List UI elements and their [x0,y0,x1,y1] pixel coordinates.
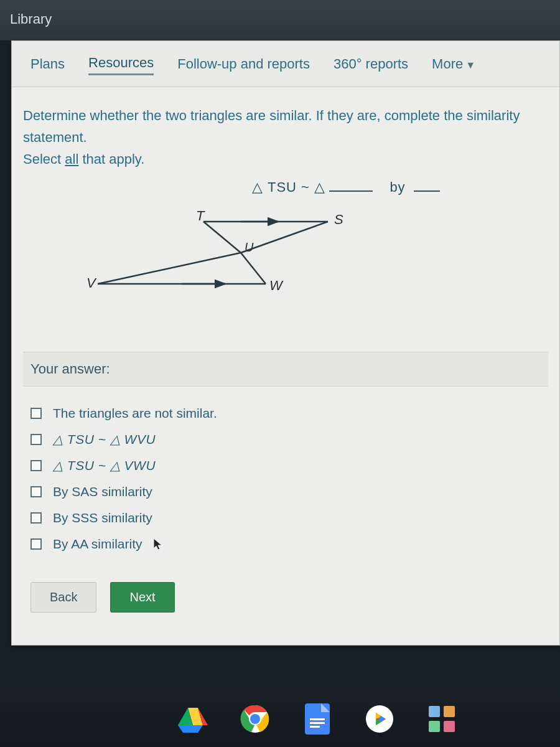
nav-buttons: Back Next [23,563,548,634]
option-label: By SSS similarity [53,510,152,525]
option-label: By AA similarity [53,537,142,552]
option-row[interactable]: △ TSU ~ △ VWU [30,453,542,479]
svg-rect-18 [310,718,325,720]
back-button[interactable]: Back [30,582,96,613]
svg-line-2 [203,222,241,253]
label-S: S [334,212,343,227]
option-row[interactable]: The triangles are not similar. [30,400,542,426]
tab-more-label: More [432,56,463,72]
tab-360[interactable]: 360° reports [334,56,408,75]
svg-rect-24 [429,721,440,732]
label-V: V [86,275,97,291]
question-line2-underline: all [65,151,78,167]
svg-line-3 [241,222,328,253]
tab-plans[interactable]: Plans [30,56,65,75]
eq-left: △ TSU ~ △ [252,179,325,195]
tab-more[interactable]: More▼ [432,56,475,75]
apps-icon[interactable] [426,703,458,735]
question-line2-pre: Select [23,151,65,167]
tab-followup[interactable]: Follow-up and reports [177,56,310,75]
play-icon[interactable] [363,703,396,735]
checkbox-icon[interactable] [30,486,42,497]
eq-blank-1[interactable] [329,190,373,192]
answer-header: Your answer: [23,352,548,387]
eq-blank-2[interactable] [414,190,440,192]
option-row[interactable]: By SAS similarity [30,479,542,505]
label-U: U [245,240,254,254]
svg-point-15 [250,714,260,724]
similarity-equation: △ TSU ~ △ by [147,179,548,195]
chevron-down-icon: ▼ [465,60,475,70]
app-title: Library [10,11,52,27]
label-T: T [196,209,205,223]
option-label: By SAS similarity [53,484,152,499]
question-panel: Determine whether the two triangles are … [12,87,559,645]
answer-options: The triangles are not similar. △ TSU ~ △… [23,387,548,563]
checkbox-icon[interactable] [30,538,42,550]
option-label: The triangles are not similar. [53,406,217,421]
option-label: △ TSU ~ △ WVU [53,432,156,447]
option-row[interactable]: By SSS similarity [30,505,542,531]
svg-rect-20 [310,726,320,728]
svg-line-7 [241,253,266,284]
checkbox-icon[interactable] [30,512,42,524]
svg-marker-11 [178,725,203,733]
triangle-figure: T S U V W [85,209,371,303]
chrome-icon[interactable] [239,703,271,735]
eq-by: by [390,179,405,195]
option-row[interactable]: △ TSU ~ △ WVU [30,426,542,453]
next-button[interactable]: Next [110,582,174,613]
option-row[interactable]: By AA similarity [30,531,542,557]
svg-rect-23 [444,706,455,717]
svg-rect-22 [429,706,440,717]
tab-bar: Plans Resources Follow-up and reports 36… [12,41,559,87]
checkbox-icon[interactable] [30,434,42,445]
question-text: Determine whether the two triangles are … [23,105,548,171]
checkbox-icon[interactable] [30,408,42,419]
label-W: W [269,278,284,293]
tab-resources[interactable]: Resources [88,55,154,75]
checkbox-icon[interactable] [30,460,42,471]
docs-icon[interactable] [301,703,334,735]
content-window: Plans Resources Follow-up and reports 36… [11,40,560,646]
question-line2-post: that apply. [78,151,144,167]
question-line1: Determine whether the two triangles are … [23,108,520,145]
option-label: △ TSU ~ △ VWU [53,458,156,473]
svg-rect-19 [310,722,325,724]
app-titlebar: Library [0,0,560,40]
taskbar [0,691,560,747]
drive-icon[interactable] [177,703,209,735]
svg-line-6 [98,253,241,284]
cursor-icon [152,537,164,551]
svg-rect-25 [444,721,455,732]
